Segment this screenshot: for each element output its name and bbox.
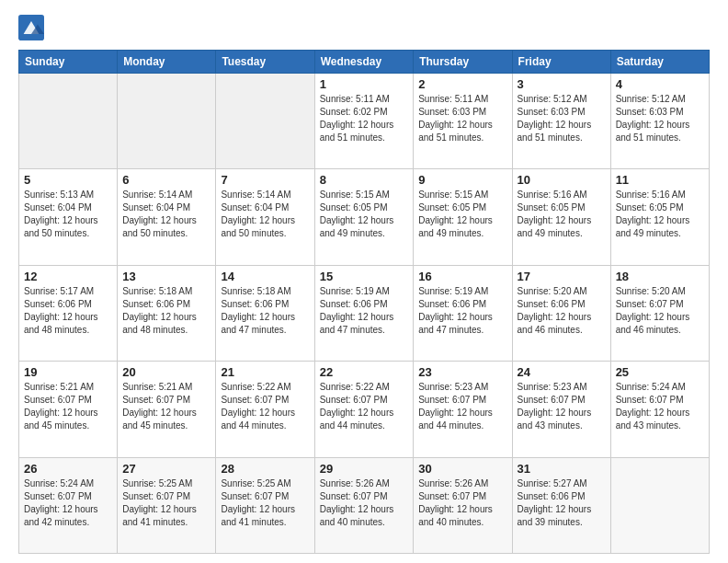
header-day-sunday: Sunday (19, 51, 118, 74)
calendar-cell: 30Sunrise: 5:26 AM Sunset: 6:07 PM Dayli… (414, 457, 512, 553)
day-info: Sunrise: 5:27 AM Sunset: 6:06 PM Dayligh… (518, 477, 606, 529)
header-day-monday: Monday (118, 51, 216, 74)
day-number: 20 (122, 365, 210, 379)
day-number: 9 (418, 173, 506, 187)
calendar-cell: 6Sunrise: 5:14 AM Sunset: 6:04 PM Daylig… (118, 169, 216, 265)
calendar-cell: 16Sunrise: 5:19 AM Sunset: 6:06 PM Dayli… (414, 265, 512, 361)
day-number: 19 (24, 365, 112, 379)
calendar-cell: 27Sunrise: 5:25 AM Sunset: 6:07 PM Dayli… (118, 457, 216, 553)
calendar-cell: 17Sunrise: 5:20 AM Sunset: 6:06 PM Dayli… (512, 265, 610, 361)
calendar-cell: 23Sunrise: 5:23 AM Sunset: 6:07 PM Dayli… (414, 362, 512, 457)
day-number: 4 (616, 77, 704, 91)
calendar-cell: 8Sunrise: 5:15 AM Sunset: 6:05 PM Daylig… (314, 169, 414, 265)
calendar-table: SundayMondayTuesdayWednesdayThursdayFrid… (18, 50, 710, 554)
calendar-cell (216, 74, 314, 169)
logo (18, 15, 48, 40)
day-info: Sunrise: 5:15 AM Sunset: 6:05 PM Dayligh… (418, 189, 506, 240)
calendar-cell: 24Sunrise: 5:23 AM Sunset: 6:07 PM Dayli… (512, 362, 610, 457)
day-number: 13 (122, 270, 210, 283)
calendar-cell: 29Sunrise: 5:26 AM Sunset: 6:07 PM Dayli… (314, 457, 414, 553)
header-day-wednesday: Wednesday (314, 51, 414, 74)
day-info: Sunrise: 5:24 AM Sunset: 6:07 PM Dayligh… (24, 477, 112, 529)
calendar-cell: 11Sunrise: 5:16 AM Sunset: 6:05 PM Dayli… (610, 169, 709, 265)
calendar-cell: 12Sunrise: 5:17 AM Sunset: 6:06 PM Dayli… (19, 265, 118, 361)
day-info: Sunrise: 5:22 AM Sunset: 6:07 PM Dayligh… (320, 381, 409, 432)
day-info: Sunrise: 5:21 AM Sunset: 6:07 PM Dayligh… (24, 381, 112, 432)
calendar-cell: 13Sunrise: 5:18 AM Sunset: 6:06 PM Dayli… (118, 265, 216, 361)
day-info: Sunrise: 5:18 AM Sunset: 6:06 PM Dayligh… (122, 285, 210, 337)
header-day-thursday: Thursday (414, 51, 512, 74)
day-number: 2 (418, 77, 506, 91)
calendar-cell: 7Sunrise: 5:14 AM Sunset: 6:04 PM Daylig… (216, 169, 314, 265)
day-number: 28 (221, 462, 309, 476)
header (18, 15, 710, 40)
header-day-saturday: Saturday (610, 51, 709, 74)
day-number: 24 (518, 365, 606, 379)
calendar-cell: 15Sunrise: 5:19 AM Sunset: 6:06 PM Dayli… (314, 265, 414, 361)
calendar-cell: 20Sunrise: 5:21 AM Sunset: 6:07 PM Dayli… (118, 362, 216, 457)
day-number: 5 (24, 173, 112, 187)
calendar-cell: 18Sunrise: 5:20 AM Sunset: 6:07 PM Dayli… (610, 265, 709, 361)
day-info: Sunrise: 5:15 AM Sunset: 6:05 PM Dayligh… (320, 189, 409, 240)
day-info: Sunrise: 5:24 AM Sunset: 6:07 PM Dayligh… (616, 381, 704, 432)
day-info: Sunrise: 5:12 AM Sunset: 6:03 PM Dayligh… (616, 93, 704, 144)
day-number: 16 (418, 270, 506, 283)
day-number: 29 (320, 462, 409, 476)
day-number: 3 (518, 77, 606, 91)
day-number: 18 (616, 270, 704, 283)
day-info: Sunrise: 5:23 AM Sunset: 6:07 PM Dayligh… (418, 381, 506, 432)
day-info: Sunrise: 5:14 AM Sunset: 6:04 PM Dayligh… (122, 189, 210, 240)
day-info: Sunrise: 5:23 AM Sunset: 6:07 PM Dayligh… (518, 381, 606, 432)
calendar-cell: 28Sunrise: 5:25 AM Sunset: 6:07 PM Dayli… (216, 457, 314, 553)
day-number: 17 (518, 270, 606, 283)
day-number: 10 (518, 173, 606, 187)
day-number: 14 (221, 270, 309, 283)
day-info: Sunrise: 5:18 AM Sunset: 6:06 PM Dayligh… (221, 285, 309, 337)
day-number: 31 (518, 462, 606, 476)
calendar-cell: 31Sunrise: 5:27 AM Sunset: 6:06 PM Dayli… (512, 457, 610, 553)
day-info: Sunrise: 5:16 AM Sunset: 6:05 PM Dayligh… (616, 189, 704, 240)
calendar-cell: 10Sunrise: 5:16 AM Sunset: 6:05 PM Dayli… (512, 169, 610, 265)
calendar-cell: 19Sunrise: 5:21 AM Sunset: 6:07 PM Dayli… (19, 362, 118, 457)
day-info: Sunrise: 5:12 AM Sunset: 6:03 PM Dayligh… (518, 93, 606, 144)
day-number: 30 (418, 462, 506, 476)
calendar-cell: 4Sunrise: 5:12 AM Sunset: 6:03 PM Daylig… (610, 74, 709, 169)
day-info: Sunrise: 5:19 AM Sunset: 6:06 PM Dayligh… (320, 285, 409, 337)
week-row-2: 12Sunrise: 5:17 AM Sunset: 6:06 PM Dayli… (19, 265, 710, 361)
day-number: 21 (221, 365, 309, 379)
calendar-cell: 3Sunrise: 5:12 AM Sunset: 6:03 PM Daylig… (512, 74, 610, 169)
logo-icon (18, 15, 44, 40)
day-number: 23 (418, 365, 506, 379)
calendar-cell (19, 74, 118, 169)
calendar-cell: 9Sunrise: 5:15 AM Sunset: 6:05 PM Daylig… (414, 169, 512, 265)
day-number: 25 (616, 365, 704, 379)
calendar-cell: 25Sunrise: 5:24 AM Sunset: 6:07 PM Dayli… (610, 362, 709, 457)
day-info: Sunrise: 5:26 AM Sunset: 6:07 PM Dayligh… (418, 477, 506, 529)
day-number: 8 (320, 173, 409, 187)
day-info: Sunrise: 5:11 AM Sunset: 6:03 PM Dayligh… (418, 93, 506, 144)
week-row-3: 19Sunrise: 5:21 AM Sunset: 6:07 PM Dayli… (19, 362, 710, 457)
calendar-cell: 5Sunrise: 5:13 AM Sunset: 6:04 PM Daylig… (19, 169, 118, 265)
day-info: Sunrise: 5:20 AM Sunset: 6:07 PM Dayligh… (616, 285, 704, 337)
week-row-4: 26Sunrise: 5:24 AM Sunset: 6:07 PM Dayli… (19, 457, 710, 553)
day-info: Sunrise: 5:25 AM Sunset: 6:07 PM Dayligh… (221, 477, 309, 529)
day-info: Sunrise: 5:26 AM Sunset: 6:07 PM Dayligh… (320, 477, 409, 529)
calendar-cell (610, 457, 709, 553)
page: SundayMondayTuesdayWednesdayThursdayFrid… (0, 0, 728, 563)
calendar-cell: 22Sunrise: 5:22 AM Sunset: 6:07 PM Dayli… (314, 362, 414, 457)
day-info: Sunrise: 5:25 AM Sunset: 6:07 PM Dayligh… (122, 477, 210, 529)
calendar-cell: 1Sunrise: 5:11 AM Sunset: 6:02 PM Daylig… (314, 74, 414, 169)
header-day-friday: Friday (512, 51, 610, 74)
day-info: Sunrise: 5:20 AM Sunset: 6:06 PM Dayligh… (518, 285, 606, 337)
header-day-tuesday: Tuesday (216, 51, 314, 74)
day-info: Sunrise: 5:17 AM Sunset: 6:06 PM Dayligh… (24, 285, 112, 337)
day-number: 26 (24, 462, 112, 476)
week-row-0: 1Sunrise: 5:11 AM Sunset: 6:02 PM Daylig… (19, 74, 710, 169)
day-number: 11 (616, 173, 704, 187)
calendar-cell: 26Sunrise: 5:24 AM Sunset: 6:07 PM Dayli… (19, 457, 118, 553)
day-number: 22 (320, 365, 409, 379)
day-number: 27 (122, 462, 210, 476)
day-info: Sunrise: 5:22 AM Sunset: 6:07 PM Dayligh… (221, 381, 309, 432)
day-info: Sunrise: 5:21 AM Sunset: 6:07 PM Dayligh… (122, 381, 210, 432)
day-number: 7 (221, 173, 309, 187)
